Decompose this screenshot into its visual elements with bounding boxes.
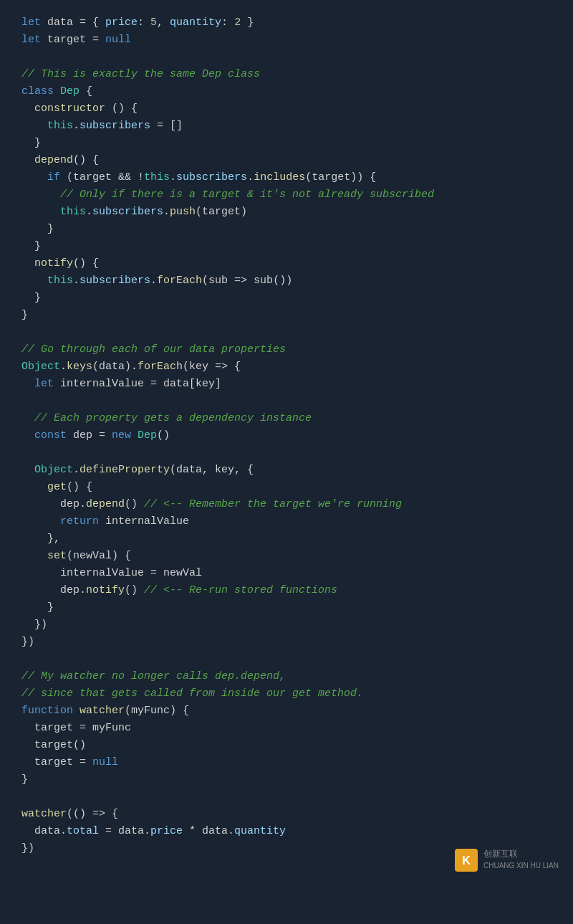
code-line: dep.notify() // <-- Re-run stored functi… [21, 582, 552, 599]
code-line [21, 651, 552, 668]
code-line: target = null [21, 754, 552, 771]
code-line: // Only if there is a target & it's not … [21, 186, 552, 204]
code-line: if (target && !this.subscribers.includes… [21, 169, 552, 186]
code-line: this.subscribers = [] [21, 118, 552, 135]
code-line: // My watcher no longer calls dep.depend… [21, 668, 552, 685]
code-line: this.subscribers.forEach(sub => sub()) [21, 272, 552, 290]
code-line: watcher(() => { [21, 806, 552, 823]
code-line: get() { [21, 479, 552, 496]
code-line [21, 49, 552, 66]
code-line: } [21, 599, 552, 616]
code-line: dep.depend() // <-- Remember the target … [21, 496, 552, 513]
code-line: target = myFunc [21, 720, 552, 737]
code-line: // This is exactly the same Dep class [21, 66, 552, 83]
code-line: let target = null [21, 32, 552, 49]
code-line: target() [21, 737, 552, 754]
code-line [21, 789, 552, 806]
code-line: } [21, 221, 552, 238]
logo-text: 创新互联CHUANG XIN HU LIAN [483, 849, 559, 871]
code-line: // Go through each of our data propertie… [21, 341, 552, 358]
code-line: constructor () { [21, 100, 552, 118]
code-line: let internalValue = data[key] [21, 376, 552, 393]
code-line: this.subscribers.push(target) [21, 204, 552, 221]
code-line: Object.keys(data).forEach(key => { [21, 358, 552, 376]
code-line: }) [21, 616, 552, 634]
code-line: } [21, 307, 552, 324]
code-line [21, 324, 552, 341]
code-line: data.total = data.price * data.quantity [21, 823, 552, 840]
code-line [21, 393, 552, 410]
code-line: Object.defineProperty(data, key, { [21, 462, 552, 479]
code-line: depend() { [21, 152, 552, 169]
code-line: internalValue = newVal [21, 565, 552, 582]
code-line [21, 444, 552, 462]
code-line: const dep = new Dep() [21, 427, 552, 444]
code-line: } [21, 290, 552, 307]
code-line: set(newVal) { [21, 548, 552, 565]
code-line: }, [21, 530, 552, 548]
code-line: // Each property gets a dependency insta… [21, 410, 552, 427]
code-line: function watcher(myFunc) { [21, 702, 552, 720]
code-line: let data = { price: 5, quantity: 2 } [21, 14, 552, 32]
code-line: } [21, 771, 552, 789]
code-line: notify() { [21, 255, 552, 272]
code-line: }) [21, 634, 552, 651]
code-line: // since that gets called from inside ou… [21, 685, 552, 702]
code-block: let data = { price: 5, quantity: 2 }let … [0, 0, 573, 886]
logo-area: K 创新互联CHUANG XIN HU LIAN [455, 849, 559, 872]
code-line: } [21, 238, 552, 255]
code-line: } [21, 135, 552, 152]
code-line: class Dep { [21, 83, 552, 100]
svg-text:K: K [462, 854, 471, 867]
logo-icon: K [455, 849, 478, 872]
code-line: return internalValue [21, 513, 552, 530]
